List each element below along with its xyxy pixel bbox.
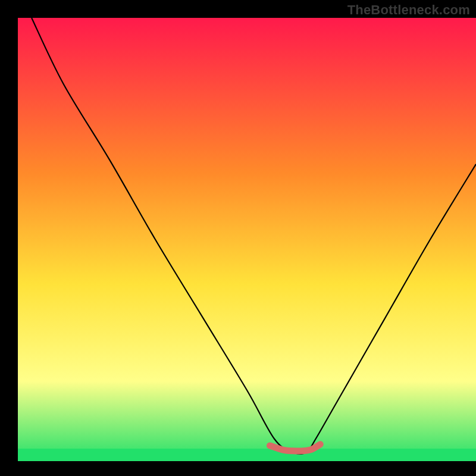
- watermark-text: TheBottleneck.com: [347, 2, 470, 18]
- svg-rect-1: [18, 449, 476, 461]
- chart-container: TheBottleneck.com: [0, 0, 476, 476]
- svg-rect-0: [18, 18, 476, 461]
- bottleneck-chart: [0, 0, 476, 476]
